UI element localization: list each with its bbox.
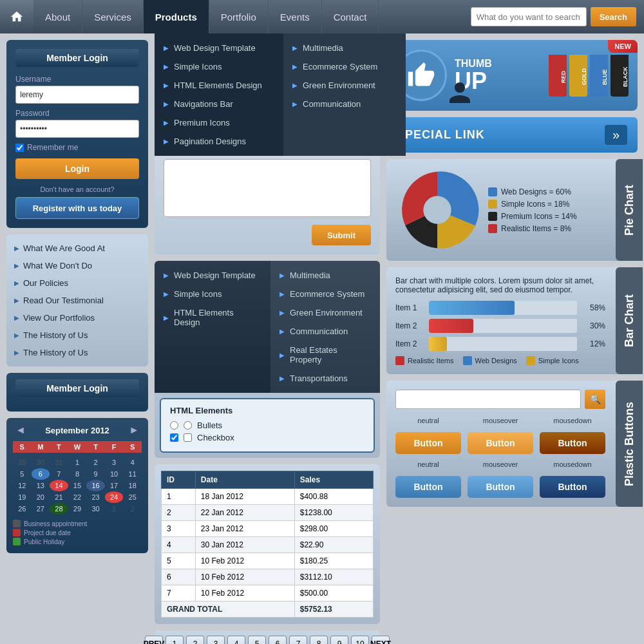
search-button[interactable]: Search <box>591 7 636 26</box>
cal-cell[interactable]: 31 <box>50 457 68 468</box>
sidebar-item-4[interactable]: ▶View Our Portfolios <box>6 309 148 327</box>
cal-cell[interactable]: 30 <box>32 457 50 468</box>
sdrop-item[interactable]: ▶Multimedia <box>270 266 380 285</box>
nav-item-portfolio[interactable]: Portfolio <box>209 0 269 33</box>
page-5[interactable]: 5 <box>248 636 266 644</box>
textarea-input[interactable] <box>164 159 371 217</box>
cal-cell[interactable]: 21 <box>50 491 68 503</box>
dropdown-item[interactable]: ▶Multimedia <box>283 39 406 57</box>
color-tab-black[interactable]: BLACK <box>611 55 629 97</box>
bullets-radio[interactable] <box>170 421 178 430</box>
blue-down-button[interactable]: Button <box>540 476 605 498</box>
cal-cell[interactable]: 19 <box>13 491 32 503</box>
cal-cell[interactable]: 9 <box>86 468 105 480</box>
cal-cell[interactable]: 3 <box>105 457 124 468</box>
blue-hover-button[interactable]: Button <box>468 476 533 498</box>
color-tab-blue[interactable]: BLUE <box>590 55 608 97</box>
cal-cell[interactable]: 1 <box>105 503 124 515</box>
cal-cell[interactable]: 26 <box>13 503 32 515</box>
page-2[interactable]: 2 <box>186 636 204 644</box>
cal-cell[interactable]: 28 <box>50 503 68 515</box>
plastic-search-button[interactable]: 🔍 <box>585 390 605 409</box>
cal-cell[interactable]: 15 <box>68 480 87 491</box>
page-10[interactable]: 10 <box>351 636 369 644</box>
sdrop-item[interactable]: ▶Communication <box>270 322 380 341</box>
sdrop-item[interactable]: ▶Simple Icons <box>155 285 270 303</box>
cal-cell[interactable]: 1 <box>68 457 87 468</box>
cal-cell[interactable]: 2 <box>86 457 105 468</box>
page-6[interactable]: 6 <box>269 636 287 644</box>
dropdown-item[interactable]: ▶Pagination Designs <box>155 132 283 151</box>
cal-cell[interactable]: 4 <box>123 457 142 468</box>
dropdown-item[interactable]: ▶HTML Elements Design <box>155 76 283 95</box>
page-1[interactable]: 1 <box>166 636 184 644</box>
sidebar-item-1[interactable]: ▶What We Don't Do <box>6 257 148 274</box>
checkbox1[interactable] <box>170 433 178 442</box>
nav-home-button[interactable] <box>0 0 33 33</box>
cal-cell[interactable]: 5 <box>13 468 32 480</box>
login-button[interactable]: Login <box>15 158 139 179</box>
nav-item-about[interactable]: About <box>33 0 82 33</box>
nav-item-contact[interactable]: Contact <box>322 0 379 33</box>
orange-down-button[interactable]: Button <box>540 432 605 454</box>
remember-checkbox[interactable] <box>15 144 24 152</box>
cal-cell[interactable]: 8 <box>68 468 87 480</box>
cal-cell[interactable]: 29 <box>13 457 32 468</box>
cal-cell[interactable]: 12 <box>13 480 32 491</box>
sdrop-item[interactable]: ▶Real Estates Property <box>270 341 380 369</box>
cal-cell[interactable]: 20 <box>32 491 50 503</box>
page-4[interactable]: 4 <box>227 636 245 644</box>
page-7[interactable]: 7 <box>289 636 307 644</box>
sdrop-item[interactable]: ▶Green Environment <box>270 303 380 322</box>
orange-neutral-button[interactable]: Button <box>395 432 461 454</box>
sidebar-item-5[interactable]: ▶The History of Us <box>6 327 148 344</box>
nav-item-products[interactable]: Products <box>144 0 209 33</box>
cal-cell[interactable]: 11 <box>123 468 142 480</box>
password-input[interactable] <box>15 120 139 138</box>
page-8[interactable]: 8 <box>310 636 328 644</box>
submit-button[interactable]: Submit <box>312 225 371 245</box>
cal-cell-today[interactable]: 6 <box>32 468 50 480</box>
cal-cell[interactable]: 30 <box>86 503 105 515</box>
sidebar-item-3[interactable]: ▶Read Our Testimonial <box>6 292 148 309</box>
plastic-search-input[interactable] <box>395 390 581 409</box>
nav-item-services[interactable]: Services <box>82 0 144 33</box>
cal-cell-selected[interactable]: 14 <box>50 480 68 491</box>
cal-cell[interactable]: 18 <box>123 480 142 491</box>
cal-cell[interactable]: 2 <box>123 503 142 515</box>
cal-cell[interactable]: 23 <box>86 491 105 503</box>
search-input[interactable] <box>471 7 587 26</box>
dropdown-item[interactable]: ▶Premium Icons <box>155 113 283 132</box>
cal-cell[interactable]: 16 <box>86 480 105 491</box>
sidebar-item-6[interactable]: ▶The History of Us <box>6 344 148 361</box>
dropdown-item[interactable]: ▶Green Environment <box>283 76 406 95</box>
page-9[interactable]: 9 <box>330 636 348 644</box>
color-tab-red[interactable]: RED <box>549 55 567 97</box>
cal-cell[interactable]: 27 <box>32 503 50 515</box>
dropdown-item[interactable]: ▶Web Design Template <box>155 39 283 57</box>
blue-neutral-button[interactable]: Button <box>395 476 461 498</box>
checkbox2[interactable] <box>184 433 192 442</box>
cal-cell[interactable]: 7 <box>50 468 68 480</box>
dropdown-item[interactable]: ▶Ecommerce System <box>283 57 406 76</box>
cal-cell[interactable]: 10 <box>105 468 124 480</box>
dropdown-item[interactable]: ▶Communication <box>283 95 406 113</box>
dropdown-item[interactable]: ▶Navigations Bar <box>155 95 283 113</box>
calendar-next[interactable]: ► <box>126 424 142 436</box>
sdrop-item[interactable]: ▶HTML Elements Design <box>155 303 270 332</box>
nav-item-events[interactable]: Events <box>269 0 322 33</box>
dropdown-item[interactable]: ▶Simple Icons <box>155 57 283 76</box>
page-3[interactable]: 3 <box>207 636 225 644</box>
sdrop-item[interactable]: ▶Web Design Template <box>155 266 270 285</box>
calendar-prev[interactable]: ◄ <box>13 424 28 436</box>
sdrop-item[interactable]: ▶Transportations <box>270 369 380 388</box>
cal-cell[interactable]: 13 <box>32 480 50 491</box>
special-link-button[interactable]: SPECIAL LINK » <box>386 117 638 153</box>
register-button[interactable]: Register with us today <box>15 197 139 219</box>
sdrop-item[interactable]: ▶Ecommerce System <box>270 285 380 303</box>
cal-cell[interactable]: 25 <box>123 491 142 503</box>
cal-cell-selected2[interactable]: 24 <box>105 491 124 503</box>
cal-cell[interactable]: 17 <box>105 480 124 491</box>
username-input[interactable] <box>15 86 139 104</box>
bullets-radio2[interactable] <box>184 421 192 430</box>
